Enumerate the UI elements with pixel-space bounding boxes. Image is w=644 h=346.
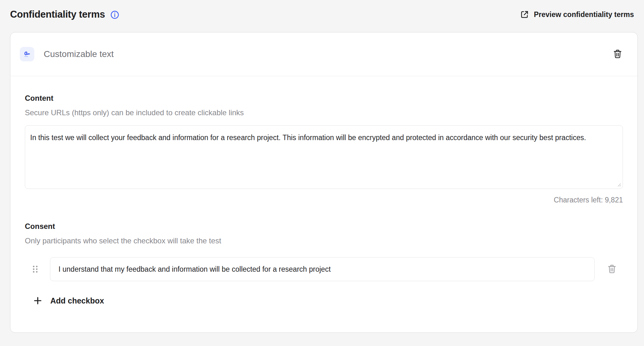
preview-button-label: Preview confidentiality terms xyxy=(534,10,634,19)
delete-block-button[interactable] xyxy=(612,48,623,60)
page-title-group: Confidentiality terms xyxy=(10,9,119,20)
consent-label: Consent xyxy=(25,222,623,231)
card-header: Customizable text xyxy=(10,32,637,76)
page-header: Confidentiality terms Preview confidenti… xyxy=(10,6,638,23)
content-textarea-wrap: In this test we will collect your feedba… xyxy=(25,125,623,189)
content-textarea[interactable]: In this test we will collect your feedba… xyxy=(25,125,623,189)
trash-icon xyxy=(612,48,623,60)
plus-icon xyxy=(33,296,43,306)
consent-checkbox-input[interactable] xyxy=(50,257,595,281)
preview-confidentiality-terms-button[interactable]: Preview confidentiality terms xyxy=(520,10,634,19)
consent-hint: Only participants who select the checkbo… xyxy=(25,236,623,245)
resize-handle-icon[interactable] xyxy=(617,182,621,187)
delete-checkbox-button[interactable] xyxy=(601,264,623,275)
add-checkbox-label: Add checkbox xyxy=(50,296,104,305)
trash-icon xyxy=(607,264,617,275)
customizable-text-icon xyxy=(20,47,34,61)
block-title: Customizable text xyxy=(44,49,612,59)
content-hint: Secure URLs (https only) can be included… xyxy=(25,108,623,117)
add-checkbox-button[interactable]: Add checkbox xyxy=(33,296,104,306)
confidentiality-terms-page: Confidentiality terms Preview confidenti… xyxy=(0,0,644,333)
content-label: Content xyxy=(25,94,623,103)
drag-handle-icon[interactable] xyxy=(32,265,39,274)
external-link-icon xyxy=(520,10,529,19)
page-title: Confidentiality terms xyxy=(10,9,105,20)
customizable-text-card: Customizable text Content Secure URLs (h… xyxy=(10,32,638,333)
card-body: Content Secure URLs (https only) can be … xyxy=(10,94,637,306)
info-circle-icon[interactable] xyxy=(110,10,119,20)
characters-left: Characters left: 9,821 xyxy=(25,196,623,204)
consent-checkbox-row xyxy=(25,257,623,281)
